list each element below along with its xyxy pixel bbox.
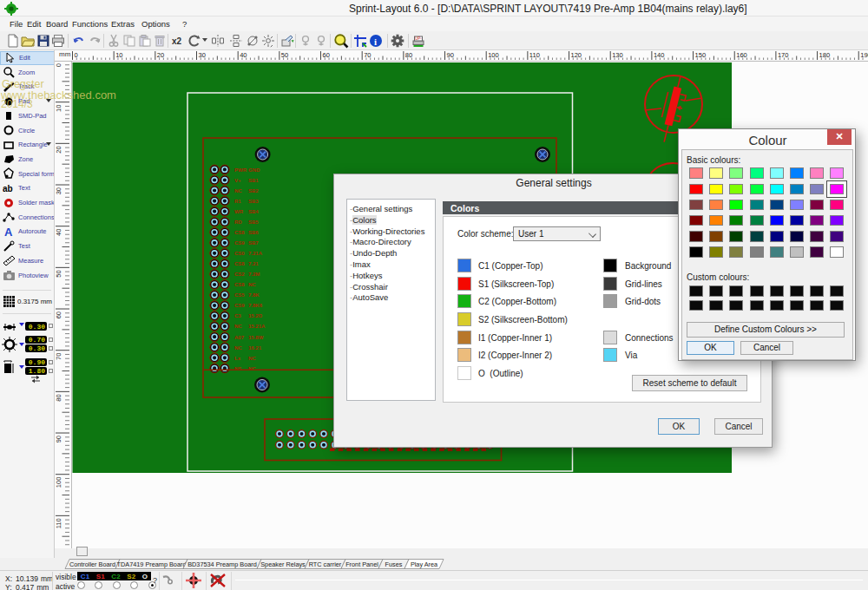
svg-text:SB1: SB1 bbox=[248, 178, 259, 183]
svg-text:7.8K6: 7.8K6 bbox=[248, 303, 263, 308]
svg-text:NC: NC bbox=[248, 282, 256, 287]
svg-text:170: 170 bbox=[778, 51, 789, 59]
svg-text:80: 80 bbox=[55, 394, 62, 401]
svg-text:SB3: SB3 bbox=[248, 199, 259, 204]
svg-text:i: i bbox=[374, 36, 377, 47]
svg-text:90: 90 bbox=[55, 436, 62, 442]
svg-text:30: 30 bbox=[199, 51, 206, 59]
svg-text:A07: A07 bbox=[234, 335, 245, 340]
svg-text:90: 90 bbox=[447, 51, 454, 59]
svg-text:100: 100 bbox=[55, 477, 62, 488]
svg-text:160: 160 bbox=[736, 51, 747, 59]
svg-text:190: 190 bbox=[860, 51, 868, 59]
svg-text:70: 70 bbox=[55, 353, 62, 360]
svg-text:C3: C3 bbox=[234, 313, 241, 318]
svg-text:60: 60 bbox=[55, 311, 62, 318]
svg-text:0: 0 bbox=[75, 51, 78, 59]
svg-text:40: 40 bbox=[55, 229, 62, 236]
svg-text:SB7: SB7 bbox=[248, 240, 259, 246]
svg-text:15.2D: 15.2D bbox=[248, 313, 263, 318]
svg-text:CS9: CS9 bbox=[234, 240, 245, 246]
svg-text:20: 20 bbox=[157, 51, 164, 59]
svg-text:ab: ab bbox=[3, 184, 13, 193]
svg-text:7.21A: 7.21A bbox=[248, 251, 263, 256]
svg-text:30: 30 bbox=[55, 187, 62, 194]
svg-text:10: 10 bbox=[115, 51, 122, 59]
svg-text:120: 120 bbox=[571, 51, 582, 59]
svg-text:Controller Board: Controller Board bbox=[69, 560, 115, 568]
svg-text:TDA7419 Preamp Board: TDA7419 Preamp Board bbox=[117, 560, 187, 568]
svg-text:NC: NC bbox=[234, 324, 242, 329]
svg-text:20: 20 bbox=[55, 146, 62, 153]
svg-text:40: 40 bbox=[240, 51, 247, 59]
svg-text:Lx: Lx bbox=[234, 356, 241, 361]
svg-text:50: 50 bbox=[281, 51, 288, 59]
svg-text:CS8: CS8 bbox=[234, 282, 245, 287]
svg-text:130: 130 bbox=[612, 51, 623, 59]
svg-text:CS5: CS5 bbox=[234, 292, 245, 298]
svg-text:15.8W: 15.8W bbox=[248, 335, 264, 340]
svg-text:UP-: UP- bbox=[415, 36, 422, 41]
svg-text:50: 50 bbox=[55, 270, 62, 277]
svg-text:SB5: SB5 bbox=[248, 220, 259, 225]
svg-text:CS8: CS8 bbox=[234, 261, 245, 266]
svg-text:140: 140 bbox=[654, 51, 665, 59]
svg-text:CS0: CS0 bbox=[234, 251, 245, 256]
svg-text:V+: V+ bbox=[234, 178, 241, 183]
svg-text:110: 110 bbox=[529, 51, 540, 59]
svg-text:x2: x2 bbox=[172, 36, 182, 46]
svg-text:70: 70 bbox=[364, 51, 371, 59]
svg-text:7.21: 7.21 bbox=[248, 261, 259, 266]
svg-text:PWR: PWR bbox=[234, 167, 247, 173]
svg-text:RTC carrier: RTC carrier bbox=[309, 560, 342, 568]
svg-text:Fuses: Fuses bbox=[385, 560, 403, 568]
svg-text:0: 0 bbox=[55, 63, 62, 67]
svg-text:10: 10 bbox=[55, 105, 62, 112]
svg-text:7.8K: 7.8K bbox=[248, 292, 260, 298]
svg-text:16.21: 16.21 bbox=[248, 345, 262, 351]
svg-text:GND: GND bbox=[248, 167, 260, 173]
svg-text:CS2: CS2 bbox=[234, 272, 245, 277]
svg-text:CS9: CS9 bbox=[234, 303, 245, 308]
svg-text:NC: NC bbox=[248, 356, 256, 361]
svg-text:NC: NC bbox=[234, 345, 242, 351]
svg-text:CS8: CS8 bbox=[234, 230, 245, 235]
svg-text:NC: NC bbox=[234, 188, 242, 193]
svg-text:Play Area: Play Area bbox=[411, 560, 438, 568]
svg-text:7.2M: 7.2M bbox=[248, 272, 260, 277]
svg-text:Front Panel: Front Panel bbox=[345, 560, 378, 568]
svg-text:Speaker Relays: Speaker Relays bbox=[260, 560, 306, 568]
svg-text:150: 150 bbox=[695, 51, 707, 59]
svg-text:15.21A: 15.21A bbox=[248, 324, 266, 329]
svg-text:R1: R1 bbox=[234, 199, 241, 204]
svg-text:SB6: SB6 bbox=[248, 230, 259, 235]
svg-text:SB2: SB2 bbox=[248, 188, 259, 193]
svg-text:80: 80 bbox=[405, 51, 412, 59]
svg-text:180: 180 bbox=[819, 51, 831, 59]
svg-text:BD37534 Preamp Board: BD37534 Preamp Board bbox=[187, 560, 257, 568]
svg-text:A: A bbox=[4, 226, 13, 238]
svg-text:WR: WR bbox=[234, 209, 244, 214]
svg-text:100: 100 bbox=[488, 51, 499, 59]
svg-text:SB4: SB4 bbox=[248, 209, 259, 214]
svg-text:RD: RD bbox=[234, 220, 242, 225]
svg-text:60: 60 bbox=[323, 51, 330, 59]
svg-text:110: 110 bbox=[55, 518, 62, 528]
